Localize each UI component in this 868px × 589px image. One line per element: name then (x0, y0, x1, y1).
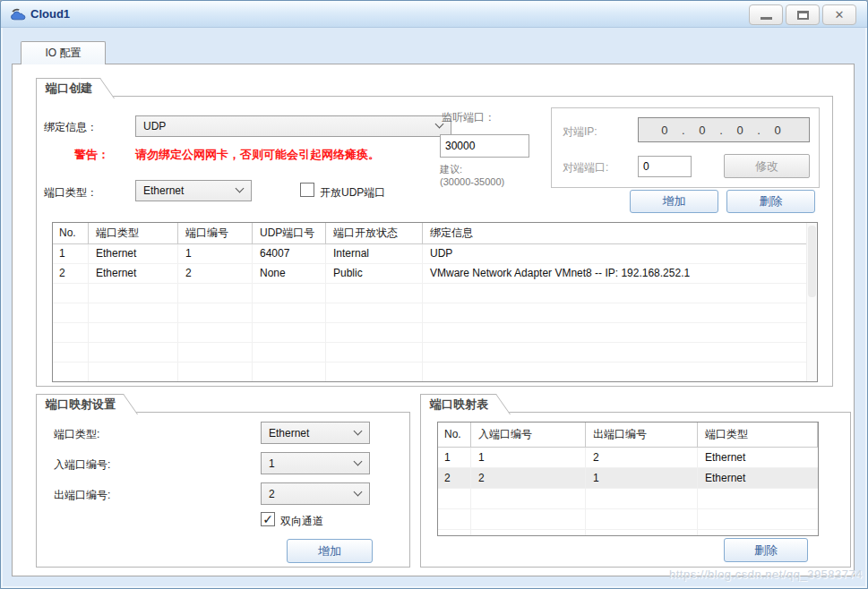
window-controls: ✕ (746, 4, 856, 25)
empty-row (438, 530, 818, 536)
port-mapping-settings-title: 端口映射设置 (36, 394, 121, 414)
cell: 2 (178, 264, 253, 283)
mapping-table: No. 入端口编号 出端口编号 端口类型 1 1 2 Ethernet 2 2 … (437, 422, 819, 536)
column-header: UDP端口号 (253, 223, 326, 243)
listen-port-input[interactable] (440, 134, 529, 158)
close-button[interactable]: ✕ (822, 4, 856, 25)
modify-button[interactable]: 修改 (724, 154, 810, 178)
open-udp-label: 开放UDP端口 (320, 185, 385, 201)
cell: Ethernet (89, 264, 178, 283)
check-icon: ✓ (262, 512, 273, 526)
empty-row (53, 284, 817, 303)
column-header: No. (53, 223, 89, 243)
cell: 1 (471, 448, 586, 467)
bidirectional-checkbox[interactable]: ✓ (261, 512, 275, 526)
column-header: 绑定信息 (423, 223, 817, 243)
peer-settings-box: 对端IP: 0 . 0 . 0 . 0 对端端口: 修改 (551, 107, 820, 188)
cloud-config-window: Cloud1 ✕ IO 配置 端口创建 绑定信息： UDP 警告： 请勿绑定 (0, 0, 868, 589)
binding-info-value: UDP (143, 120, 166, 132)
binding-info-select[interactable]: UDP (135, 115, 451, 137)
binding-info-label: 绑定信息： (44, 120, 98, 135)
suggest-label: 建议: (440, 163, 462, 176)
maximize-icon (797, 11, 809, 20)
port-add-button[interactable]: 增加 (630, 190, 718, 213)
mapping-add-button[interactable]: 增加 (287, 539, 373, 563)
watermark-text: https://blog.csdn.net/qq_39583774 (669, 568, 863, 581)
empty-row (53, 323, 817, 343)
table-scrollbar[interactable] (806, 223, 817, 381)
out-port-select[interactable]: 2 (261, 482, 370, 505)
cell: 1 (178, 244, 253, 263)
cell: VMware Network Adapter VMnet8 -- IP: 192… (423, 264, 817, 283)
table-row[interactable]: 1 1 2 Ethernet (438, 448, 818, 468)
cell: Internal (326, 244, 423, 263)
peer-port-input[interactable] (638, 156, 692, 177)
empty-row (53, 303, 817, 323)
suggest-range: (30000-35000) (440, 176, 504, 187)
empty-row (53, 363, 817, 382)
port-delete-button[interactable]: 删除 (726, 190, 815, 213)
table-row[interactable]: 2 Ethernet 2 None Public VMware Network … (53, 264, 817, 284)
cell: Ethernet (89, 244, 178, 263)
out-port-label: 出端口编号: (54, 488, 110, 503)
chevron-down-icon (236, 184, 245, 193)
port-create-group: 端口创建 绑定信息： UDP 警告： 请勿绑定公网网卡，否则可能会引起网络瘫痪。… (36, 96, 833, 387)
empty-row (53, 343, 817, 363)
open-udp-checkbox[interactable] (300, 183, 314, 197)
chevron-down-icon (354, 487, 363, 496)
cell: 2 (471, 468, 586, 488)
column-header: 入端口编号 (471, 423, 586, 447)
peer-ip-label: 对端IP: (563, 124, 597, 140)
cell: 1 (53, 244, 89, 263)
empty-row (438, 489, 818, 509)
port-type-label: 端口类型： (44, 185, 98, 201)
cell: 2 (438, 468, 471, 488)
maximize-button[interactable] (786, 4, 820, 25)
port-type-value: Ethernet (143, 184, 184, 197)
titlebar[interactable]: Cloud1 ✕ (1, 1, 867, 28)
port-create-title: 端口创建 (36, 78, 98, 98)
table-row[interactable]: 1 Ethernet 1 64007 Internal UDP (53, 244, 817, 264)
listen-port-label: 监听端口： (442, 110, 495, 125)
in-port-label: 入端口编号: (54, 457, 110, 473)
chevron-down-icon (354, 457, 363, 465)
map-port-type-label: 端口类型: (54, 427, 99, 442)
bidirectional-label: 双向通道 (280, 514, 323, 529)
close-icon: ✕ (835, 8, 845, 21)
warning-text: 请勿绑定公网网卡，否则可能会引起网络瘫痪。 (135, 147, 380, 163)
ports-table: No. 端口类型 端口编号 UDP端口号 端口开放状态 绑定信息 1 Ether… (52, 222, 818, 382)
cell: Ethernet (698, 468, 818, 488)
io-config-panel: 端口创建 绑定信息： UDP 警告： 请勿绑定公网网卡，否则可能会引起网络瘫痪。… (12, 64, 855, 576)
cell: 2 (586, 448, 698, 467)
cell: UDP (423, 244, 817, 263)
cell: Public (326, 264, 423, 283)
cell: Ethernet (698, 448, 818, 467)
chevron-down-icon (354, 426, 363, 435)
window-title: Cloud1 (30, 7, 70, 21)
column-header: No. (438, 423, 471, 447)
cell: 2 (53, 264, 89, 283)
column-header: 端口类型 (89, 223, 178, 243)
scrollbar-thumb[interactable] (808, 226, 816, 297)
column-header: 端口类型 (698, 423, 818, 447)
minimize-button[interactable] (749, 4, 783, 25)
table-header-row: No. 端口类型 端口编号 UDP端口号 端口开放状态 绑定信息 (53, 223, 817, 244)
port-mapping-table-title: 端口映射表 (420, 394, 494, 414)
cell: 1 (438, 448, 471, 467)
column-header: 端口开放状态 (326, 223, 423, 243)
port-mapping-table-group: 端口映射表 No. 入端口编号 出端口编号 端口类型 1 1 2 Etherne… (420, 412, 851, 568)
peer-ip-display: 0 . 0 . 0 . 0 (638, 117, 810, 142)
port-type-select[interactable]: Ethernet (135, 180, 252, 201)
port-mapping-settings-group: 端口映射设置 端口类型: Ethernet 入端口编号: 1 出端口编号: 2 … (36, 412, 410, 568)
table-header-row: No. 入端口编号 出端口编号 端口类型 (438, 423, 818, 448)
in-port-select[interactable]: 1 (261, 452, 370, 474)
peer-port-label: 对端端口: (563, 160, 608, 175)
cell: 1 (586, 468, 698, 488)
column-header: 出端口编号 (586, 423, 698, 447)
minimize-icon (761, 17, 772, 20)
tab-io-config[interactable]: IO 配置 (21, 41, 106, 64)
map-port-type-select[interactable]: Ethernet (261, 422, 370, 444)
cell: None (253, 264, 326, 283)
table-row-selected[interactable]: 2 2 1 Ethernet (438, 468, 818, 489)
mapping-delete-button[interactable]: 删除 (724, 538, 808, 562)
